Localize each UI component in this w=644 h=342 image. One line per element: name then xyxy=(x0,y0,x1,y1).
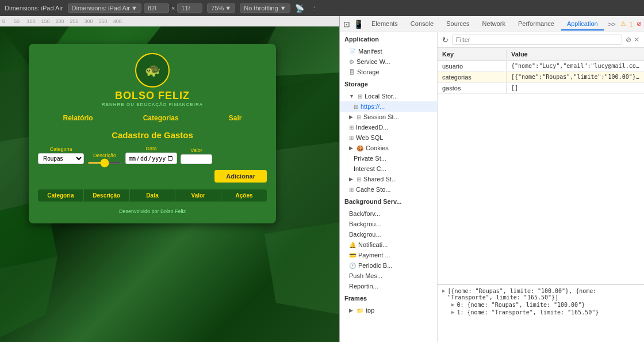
console-text-0: [{nome: "Roupas", limite: "100.00"}, {no… xyxy=(447,288,639,301)
devtools-icons: ⚠ 1 ⊘ 1 xyxy=(620,20,644,28)
sidebar-websql[interactable]: ⊞ Web SQL xyxy=(340,132,437,143)
devtools-content: Application 📄 Manifest ⚙ Service W... 🗄 … xyxy=(340,32,644,342)
tab-console[interactable]: Console xyxy=(405,18,439,31)
tab-sources[interactable]: Sources xyxy=(440,18,475,31)
expand-1[interactable]: ▶ xyxy=(451,302,454,307)
zoom-btn[interactable]: 75% ▼ xyxy=(207,3,235,13)
sidebar-top-frame[interactable]: ▶ 📁 top xyxy=(340,305,437,316)
sidebar-indexeddb[interactable]: ⊞ IndexedD... xyxy=(340,122,437,132)
sidebar-periodic[interactable]: 🕐 Periodic B... xyxy=(340,260,437,271)
sidebar-local-storage[interactable]: ▼ ⊞ Local Stor... xyxy=(340,91,437,101)
expand-2[interactable]: ▶ xyxy=(451,309,454,315)
nav-sair[interactable]: Sair xyxy=(229,114,242,122)
ruler-horizontal: 0 50 100 150 200 250 300 350 400 xyxy=(0,16,339,26)
data-input[interactable] xyxy=(125,153,177,164)
valor-label: Valor xyxy=(181,147,212,153)
col-data: Data xyxy=(130,189,176,202)
tab-performance[interactable]: Performance xyxy=(512,18,560,31)
local-storage-label: Local Stor... xyxy=(365,93,398,100)
col-valor: Valor xyxy=(175,189,221,202)
sidebar-local-storage-https[interactable]: ⊞ https://... xyxy=(340,101,437,112)
nav-categorias[interactable]: Categorias xyxy=(143,114,179,122)
sidebar-cookies[interactable]: ▶ 🍪 Cookies xyxy=(340,143,437,153)
console-line-0: ▶ [{nome: "Roupas", limite: "100.00"}, {… xyxy=(442,287,639,301)
throttle-btn[interactable]: No throttling ▼ xyxy=(240,3,290,13)
console-text-2: 1: {nome: "Transporte", limite: "165.50"… xyxy=(457,309,599,316)
more-icon[interactable]: ⋮ xyxy=(311,5,317,12)
local-storage-icon: ⊞ xyxy=(358,93,362,100)
sidebar-reporting[interactable]: Reportin... xyxy=(340,281,437,291)
indexeddb-label: IndexedD... xyxy=(356,124,388,131)
devtools-panel: ⊡ 📱 Elements Console Sources Network Per… xyxy=(339,16,644,342)
kv-row-categorias[interactable]: categorias [{"nome":"Roupas","limite":"1… xyxy=(438,72,644,83)
app-footer: Desenvolvido por Bolso Feliz xyxy=(38,208,267,214)
filter-input[interactable] xyxy=(452,35,622,45)
filter-clear-icon[interactable]: ⊘ ✕ xyxy=(626,36,639,44)
expand-0[interactable]: ▶ xyxy=(442,288,445,294)
no-sign-icon: ⊘ xyxy=(626,36,631,44)
sidebar-private-state[interactable]: Private St... xyxy=(340,153,437,164)
svg-marker-11 xyxy=(0,257,57,337)
devtools-console: ▶ [{nome: "Roupas", limite: "100.00"}, {… xyxy=(438,284,644,342)
tab-application[interactable]: Application xyxy=(561,18,604,31)
notifications-icon: 🔔 xyxy=(349,242,356,248)
nav-relatorio[interactable]: Relatório xyxy=(63,114,93,122)
logo-area: 🐢 BOLSO FELIZ RENHRE OU EDUCAÇÃO FIMANCE… xyxy=(38,53,267,107)
sidebar-shared-storage[interactable]: ▶ ⊞ Shared St... xyxy=(340,174,437,184)
add-button[interactable]: Adicionar xyxy=(214,170,267,183)
sidebar-storage-item[interactable]: 🗄 Storage xyxy=(340,67,437,77)
inspect-icon[interactable]: ⊡ xyxy=(342,18,351,30)
app-background: 🐢 BOLSO FELIZ RENHRE OU EDUCAÇÃO FIMANCE… xyxy=(0,26,339,342)
payment-icon: 💳 xyxy=(349,252,356,259)
sidebar-back-forward[interactable]: Back/forv... xyxy=(340,208,437,219)
https-icon: ⊞ xyxy=(354,104,358,110)
sidebar-notifications[interactable]: 🔔 Notificati... xyxy=(340,240,437,250)
categoria-select[interactable]: Roupas Transporte Alimentação xyxy=(38,153,84,164)
col-key-header: Key xyxy=(438,50,507,59)
websql-label: Web SQL xyxy=(356,134,384,141)
sidebar-push[interactable]: Push Mes... xyxy=(340,271,437,281)
key-usuario: usuario xyxy=(438,61,507,71)
col-descricao: Descrição xyxy=(84,189,130,202)
data-field: Data xyxy=(125,146,177,164)
kv-row-gastos[interactable]: gastos [] xyxy=(438,83,644,94)
reporting-label: Reportin... xyxy=(349,283,378,290)
warning-icon: ⚠ xyxy=(620,20,626,28)
console-line-2: ▶ 1: {nome: "Transporte", limite: "165.5… xyxy=(442,309,639,316)
top-frame-icon: 📁 xyxy=(356,307,363,314)
width-input[interactable] xyxy=(144,3,169,13)
sidebar-bg-fetch[interactable]: Backgrou... xyxy=(340,219,437,229)
error-icon: ⊘ xyxy=(637,20,642,28)
periodic-icon: 🕐 xyxy=(349,263,356,269)
refresh-icon[interactable]: ↻ xyxy=(442,36,448,44)
descricao-slider[interactable] xyxy=(87,162,122,164)
kv-row-usuario[interactable]: usuario {"nome":"Lucy","email":"lucy@mai… xyxy=(438,61,644,72)
shared-label: Shared St... xyxy=(363,176,397,183)
sidebar-manifest[interactable]: 📄 Manifest xyxy=(340,46,437,56)
tab-elements[interactable]: Elements xyxy=(366,18,404,31)
manifest-label: Manifest xyxy=(358,48,382,55)
private-state-label: Private St... xyxy=(354,155,386,162)
sidebar-cache-storage[interactable]: ⊞ Cache Sto... xyxy=(340,184,437,195)
sidebar-bg-sync[interactable]: Backgrou... xyxy=(340,229,437,240)
sidebar-session-storage[interactable]: ▶ ⊞ Session St... xyxy=(340,112,437,122)
form-title: Cadastro de Gastos xyxy=(38,130,267,140)
storage-overview-icon: 🗄 xyxy=(349,69,355,75)
dimensions-btn[interactable]: Dimensions: iPad Air ▼ xyxy=(68,3,141,13)
session-label: Session St... xyxy=(363,113,399,120)
sidebar-interest[interactable]: Interest C... xyxy=(340,164,437,174)
sidebar-payment[interactable]: 💳 Payment ... xyxy=(340,250,437,260)
categoria-field: Categoria Roupas Transporte Alimentação xyxy=(38,146,84,164)
valor-input[interactable] xyxy=(181,154,212,164)
tab-network[interactable]: Network xyxy=(477,18,511,31)
height-input[interactable] xyxy=(177,3,202,13)
kv-header: Key Value xyxy=(438,48,644,61)
notifications-label: Notificati... xyxy=(358,241,388,248)
device-icon[interactable]: 📱 xyxy=(352,18,365,30)
sidebar-service-worker[interactable]: ⚙ Service W... xyxy=(340,56,437,67)
sidebar-section-frames: Frames xyxy=(340,291,437,305)
shared-expand: ▶ xyxy=(349,176,353,182)
websql-icon: ⊞ xyxy=(349,135,354,141)
sidebar-section-bg: Background Serv... xyxy=(340,195,437,208)
more-tabs[interactable]: >> xyxy=(605,20,619,29)
